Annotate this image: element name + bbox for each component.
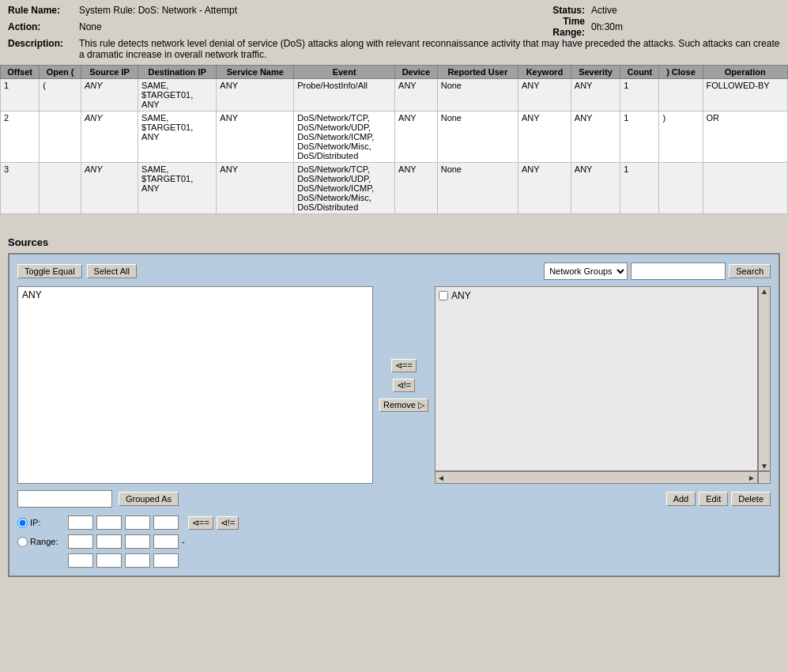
- delete-button[interactable]: Delete: [731, 492, 771, 506]
- table-cell: [40, 111, 81, 163]
- range-radio[interactable]: [17, 537, 28, 547]
- sources-top-row: Toggle Equal Select All Network Groups I…: [17, 262, 771, 280]
- table-cell: [659, 79, 703, 111]
- ip-notequal-icon: ⊲!=: [221, 518, 235, 527]
- table-cell: Probe/HostInfo/All: [294, 79, 395, 111]
- range-start-octet-3[interactable]: [125, 534, 150, 549]
- table-cell: 3: [1, 163, 40, 214]
- remove-right-icon: Remove ▷: [383, 400, 424, 410]
- table-cell: 1: [1, 79, 40, 111]
- ip-radio[interactable]: [17, 518, 28, 528]
- bottom-row: Grouped As Add Edit Delete: [17, 490, 771, 508]
- scroll-down-arrow-icon[interactable]: ▼: [759, 462, 770, 470]
- ip-label-text: IP:: [30, 518, 40, 527]
- ip-range-section: IP: ⊲== ⊲!= Range:: [17, 515, 771, 568]
- range-end-row: [68, 553, 771, 568]
- range-radio-label[interactable]: Range:: [17, 537, 65, 547]
- range-label-text: Range:: [30, 537, 58, 546]
- col-destination-ip: Destination IP: [138, 66, 217, 79]
- remove-button[interactable]: Remove ▷: [379, 398, 428, 412]
- table-cell: [659, 163, 703, 214]
- status-value: Active: [585, 5, 780, 16]
- right-list-any-label: ANY: [451, 290, 471, 301]
- table-cell: 2: [1, 111, 40, 163]
- range-row: Range: -: [17, 534, 771, 549]
- col-service-name: Service Name: [217, 66, 294, 79]
- ip-octet-2[interactable]: [96, 515, 122, 530]
- table-cell: ANY: [395, 163, 438, 214]
- right-list-checkbox[interactable]: [439, 291, 448, 300]
- table-cell: ANY: [395, 79, 438, 111]
- toggle-equal-button[interactable]: Toggle Equal: [17, 264, 82, 278]
- table-cell: ): [659, 111, 703, 163]
- sources-top-right: Network Groups IP Groups Host Groups Sea…: [544, 262, 771, 280]
- left-list-box[interactable]: ANY: [17, 286, 373, 484]
- range-end-octet-4[interactable]: [153, 553, 179, 568]
- right-scrollbar-vertical[interactable]: ▲ ▼: [758, 286, 771, 471]
- right-scrollbar-horizontal[interactable]: ◄ ►: [435, 471, 758, 484]
- range-start-octet-1[interactable]: [68, 534, 93, 549]
- range-start-octet-4[interactable]: [153, 534, 179, 549]
- range-start-octet-2[interactable]: [96, 534, 122, 549]
- grouped-as-input[interactable]: [17, 490, 112, 508]
- table-cell: ANY: [571, 111, 620, 163]
- description-label: Description:: [8, 38, 79, 60]
- search-input[interactable]: [631, 262, 726, 280]
- range-end-octet-1[interactable]: [68, 553, 93, 568]
- ip-equal-button[interactable]: ⊲==: [188, 516, 213, 530]
- ip-notequal-button[interactable]: ⊲!=: [217, 516, 239, 530]
- ip-equal-icon: ⊲==: [192, 518, 209, 527]
- table-cell: 1: [620, 111, 659, 163]
- table-cell: SAME, $TARGET01, ANY: [138, 79, 217, 111]
- sources-section: Sources Toggle Equal Select All Network …: [0, 230, 788, 583]
- select-all-button[interactable]: Select All: [87, 264, 137, 278]
- notequal-assign-button[interactable]: ⊲!=: [393, 379, 415, 392]
- ip-octet-3[interactable]: [125, 515, 150, 530]
- table-cell: ANY: [217, 163, 294, 214]
- col-event: Event: [294, 66, 395, 79]
- search-button[interactable]: Search: [729, 264, 771, 278]
- equal-assign-button[interactable]: ⊲==: [391, 359, 417, 372]
- col-keyword: Keyword: [518, 66, 571, 79]
- table-cell: ANY: [518, 79, 571, 111]
- rule-name-value: System Rule: DoS: Network - Attempt: [79, 5, 537, 16]
- left-list-item-any[interactable]: ANY: [20, 289, 371, 301]
- table-cell: ANY: [217, 111, 294, 163]
- table-cell: ANY: [217, 79, 294, 111]
- table-row: 2ANYSAME, $TARGET01, ANYANYDoS/Network/T…: [1, 111, 788, 163]
- table-cell: DoS/Network/TCP, DoS/Network/UDP, DoS/Ne…: [294, 111, 395, 163]
- left-arrow-notequal-icon: ⊲!=: [397, 380, 411, 390]
- table-cell: [703, 163, 787, 214]
- scroll-left-arrow-icon[interactable]: ◄: [435, 474, 447, 482]
- middle-buttons: ⊲== ⊲!= Remove ▷: [373, 286, 435, 484]
- time-range-label: Time Range:: [537, 16, 585, 38]
- description-value: This rule detects network level denial o…: [79, 38, 780, 60]
- table-cell: FOLLOWED-BY: [703, 79, 787, 111]
- col-count: Count: [620, 66, 659, 79]
- sources-title: Sources: [8, 236, 780, 248]
- ip-radio-label[interactable]: IP:: [17, 518, 65, 528]
- table-cell: None: [437, 111, 518, 163]
- table-cell: [40, 163, 81, 214]
- spacer: [0, 214, 788, 230]
- table-cell: 1: [620, 163, 659, 214]
- rules-table: Offset Open ( Source IP Destination IP S…: [0, 65, 788, 214]
- table-cell: ANY: [518, 163, 571, 214]
- table-cell: None: [437, 163, 518, 214]
- status-label: Status:: [537, 5, 585, 16]
- network-groups-dropdown[interactable]: Network Groups IP Groups Host Groups: [544, 262, 628, 280]
- col-operation: Operation: [703, 66, 787, 79]
- table-cell: ANY: [395, 111, 438, 163]
- scroll-up-arrow-icon[interactable]: ▲: [759, 287, 770, 296]
- scroll-right-arrow-icon[interactable]: ►: [746, 474, 757, 482]
- right-list-box[interactable]: ANY: [435, 286, 758, 471]
- ip-octet-4[interactable]: [153, 515, 179, 530]
- grouped-as-button[interactable]: Grouped As: [119, 492, 179, 506]
- right-panel-wrapper: ANY ▲ ▼ ◄ ►: [435, 286, 771, 484]
- table-cell: ANY: [571, 79, 620, 111]
- range-end-octet-2[interactable]: [96, 553, 122, 568]
- add-button[interactable]: Add: [666, 492, 696, 506]
- edit-button[interactable]: Edit: [699, 492, 728, 506]
- range-end-octet-3[interactable]: [125, 553, 150, 568]
- ip-octet-1[interactable]: [68, 515, 93, 530]
